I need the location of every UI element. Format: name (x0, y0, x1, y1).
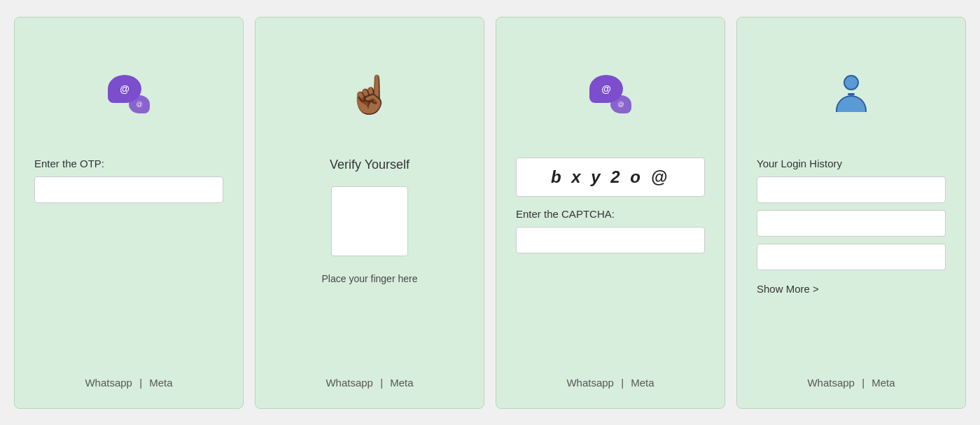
history-footer-brand: Meta (872, 377, 895, 389)
captcha-footer-sep: | (621, 377, 624, 389)
captcha-card: @ @ b x y 2 o @ Enter the CAPTCHA: Whats… (496, 17, 725, 409)
otp-footer: Whatsapp | Meta (34, 363, 223, 389)
chat-at-icon: @ @ (108, 75, 150, 113)
verify-title: Verify Yourself (330, 158, 410, 172)
otp-label: Enter the OTP: (34, 158, 104, 169)
captcha-footer-app: Whatsapp (566, 377, 614, 389)
verify-content: Verify Yourself Place your finger here (275, 158, 464, 363)
history-card: Your Login History Show More > Whatsapp … (736, 17, 966, 409)
history-footer-sep: | (862, 377, 864, 389)
otp-footer-sep: | (139, 377, 142, 389)
captcha-content: b x y 2 o @ Enter the CAPTCHA: (516, 158, 705, 363)
otp-footer-app: Whatsapp (85, 377, 132, 389)
captcha-display: b x y 2 o @ (516, 158, 705, 197)
otp-content: Enter the OTP: (34, 158, 223, 363)
history-inputs (757, 176, 946, 270)
user-body (836, 95, 867, 112)
verify-icon-area: ☝🏾 (347, 46, 393, 144)
verify-footer-app: Whatsapp (326, 377, 373, 389)
otp-input[interactable] (34, 176, 223, 203)
at-symbol-small: @ (136, 101, 142, 108)
otp-footer-brand: Meta (149, 377, 172, 389)
history-title: Your Login History (757, 158, 842, 169)
history-icon-area (832, 46, 871, 144)
verify-center: Verify Yourself Place your finger here (275, 158, 464, 284)
verify-card: ☝🏾 Verify Yourself Place your finger her… (255, 17, 484, 409)
captcha-input[interactable] (516, 227, 705, 253)
captcha-at-symbol: @ (601, 83, 611, 95)
fingerprint-box[interactable] (331, 186, 408, 256)
captcha-icon-area: @ @ (589, 46, 631, 144)
history-input-1[interactable] (757, 176, 946, 203)
user-head (844, 75, 859, 90)
otp-card: @ @ Enter the OTP: Whatsapp | Meta (14, 17, 244, 409)
verify-footer: Whatsapp | Meta (275, 363, 464, 389)
user-avatar-icon (832, 75, 871, 114)
history-input-3[interactable] (757, 244, 946, 270)
finger-pointing-icon: ☝🏾 (347, 76, 393, 113)
captcha-label: Enter the CAPTCHA: (516, 208, 615, 220)
verify-footer-sep: | (380, 377, 383, 389)
show-more-button[interactable]: Show More > (757, 283, 819, 295)
captcha-footer: Whatsapp | Meta (516, 363, 705, 389)
captcha-value: b x y 2 o @ (551, 167, 670, 187)
otp-icon-area: @ @ (108, 46, 150, 144)
history-footer: Whatsapp | Meta (757, 363, 946, 389)
at-symbol: @ (120, 83, 130, 95)
finger-label: Place your finger here (322, 273, 418, 284)
cards-container: @ @ Enter the OTP: Whatsapp | Meta ☝🏾 Ve… (14, 17, 966, 409)
captcha-footer-brand: Meta (631, 377, 654, 389)
verify-footer-brand: Meta (390, 377, 413, 389)
history-footer-app: Whatsapp (807, 377, 855, 389)
chat-bubble-secondary: @ (129, 95, 150, 113)
captcha-at-symbol-small: @ (617, 101, 624, 108)
history-input-2[interactable] (757, 210, 946, 237)
captcha-bubble-secondary: @ (610, 95, 631, 113)
history-content: Your Login History Show More > (757, 158, 946, 363)
captcha-chat-icon: @ @ (589, 75, 631, 113)
